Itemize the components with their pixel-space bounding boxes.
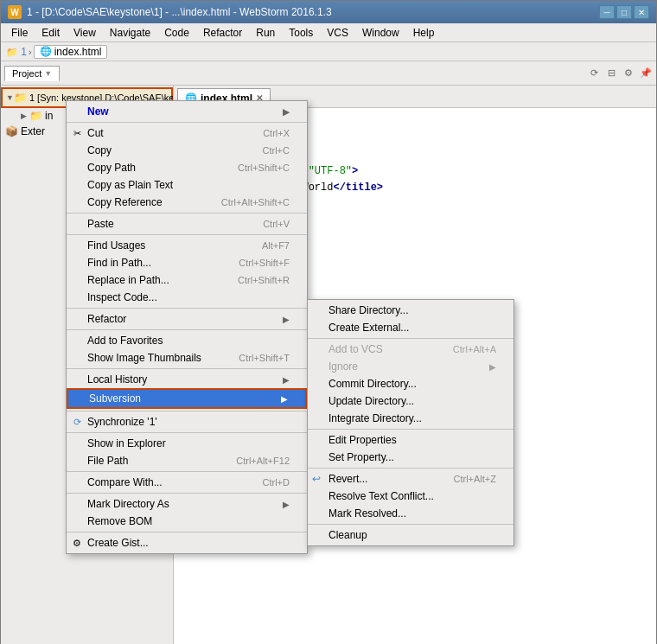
sub-revert-label: Revert... <box>328 473 367 485</box>
sub-integrate-dir-label: Integrate Directory... <box>328 412 422 424</box>
tree-label-in: in <box>45 110 53 122</box>
sub-cleanup[interactable]: Cleanup <box>308 526 513 544</box>
ctx-show-explorer-label: Show in Explorer <box>87 437 290 450</box>
sub-update-dir-label: Update Directory... <box>328 395 414 407</box>
sub-mark-resolved[interactable]: Mark Resolved... <box>308 505 513 522</box>
ctx-file-path-label: File Path <box>87 455 219 467</box>
ctx-cut[interactable]: ✂ Cut Ctrl+X <box>67 124 307 142</box>
menu-run[interactable]: Run <box>249 25 282 41</box>
menu-refactor[interactable]: Refactor <box>196 25 249 41</box>
expand-icon-in: ▶ <box>18 111 29 121</box>
ctx-new[interactable]: New ▶ <box>67 103 307 120</box>
menu-navigate[interactable]: Navigate <box>103 25 157 41</box>
ctx-sep-2 <box>67 213 307 214</box>
ctx-refactor[interactable]: Refactor ▶ <box>67 310 307 328</box>
menu-edit[interactable]: Edit <box>35 25 67 41</box>
sub-integrate-dir[interactable]: Integrate Directory... <box>308 410 513 427</box>
ctx-new-arrow: ▶ <box>283 107 290 117</box>
ctx-replace-path-shortcut: Ctrl+Shift+R <box>238 275 290 285</box>
maximize-button[interactable]: □ <box>616 5 632 19</box>
pin-icon[interactable]: 📌 <box>639 67 653 80</box>
sub-resolve-conflict[interactable]: Resolve Text Conflict... <box>308 488 513 505</box>
ctx-sep-1 <box>67 122 307 123</box>
menu-tools[interactable]: Tools <box>282 25 320 41</box>
breadcrumb-file[interactable]: 🌐 index.html <box>34 45 108 59</box>
ctx-inspect-code[interactable]: Inspect Code... <box>67 289 307 306</box>
ctx-sep-8 <box>67 432 307 433</box>
menu-help[interactable]: Help <box>406 25 442 41</box>
folder-in-icon: 📁 <box>29 109 42 123</box>
minimize-button[interactable]: ─ <box>599 5 615 19</box>
ctx-show-explorer[interactable]: Show in Explorer <box>67 435 307 452</box>
sub-share-dir[interactable]: Share Directory... <box>308 302 513 319</box>
ctx-create-gist[interactable]: ⚙ Create Gist... <box>67 534 307 552</box>
settings-icon[interactable]: ⚙ <box>622 67 635 80</box>
ctx-subversion[interactable]: Subversion ▶ <box>67 388 307 409</box>
ctx-copy-path-label: Copy Path <box>87 162 220 174</box>
ctx-copy-ref[interactable]: Copy Reference Ctrl+Alt+Shift+C <box>67 194 307 211</box>
ctx-find-usages-shortcut: Alt+F7 <box>262 240 290 251</box>
gist-icon: ⚙ <box>71 537 83 549</box>
ctx-find-usages[interactable]: Find Usages Alt+F7 <box>67 237 307 254</box>
ctx-copy-path-shortcut: Ctrl+Shift+C <box>238 163 290 173</box>
breadcrumb-filename: index.html <box>54 46 102 58</box>
project-tab-label: Project <box>12 68 41 79</box>
sub-edit-props[interactable]: Edit Properties <box>308 431 513 449</box>
root-folder-icon: 📁 <box>14 91 27 105</box>
sub-revert[interactable]: ↩ Revert... Ctrl+Alt+Z <box>308 470 513 488</box>
ctx-replace-path[interactable]: Replace in Path... Ctrl+Shift+R <box>67 271 307 289</box>
ctx-copy[interactable]: Copy Ctrl+C <box>67 142 307 159</box>
sub-revert-shortcut: Ctrl+Alt+Z <box>453 474 496 484</box>
sub-sep-4 <box>308 524 513 525</box>
revert-icon: ↩ <box>312 473 321 485</box>
ctx-subversion-label: Subversion <box>89 392 281 405</box>
sub-create-external[interactable]: Create External... <box>308 319 513 336</box>
html-file-icon: 🌐 <box>40 46 52 57</box>
menu-file[interactable]: File <box>4 25 35 41</box>
ctx-show-thumbnails-label: Show Image Thumbnails <box>87 352 221 364</box>
breadcrumb-bar: 📁 1 › 🌐 index.html <box>1 42 656 61</box>
ctx-find-in-path[interactable]: Find in Path... Ctrl+Shift+F <box>67 254 307 271</box>
ctx-copy-plain[interactable]: Copy as Plain Text <box>67 176 307 194</box>
ctx-copy-plain-label: Copy as Plain Text <box>87 179 290 191</box>
menu-window[interactable]: Window <box>355 25 406 41</box>
sub-create-external-label: Create External... <box>328 322 409 334</box>
sub-ignore-label: Ignore <box>328 360 358 373</box>
sub-commit-dir-label: Commit Directory... <box>328 378 417 390</box>
ctx-find-usages-label: Find Usages <box>87 239 245 252</box>
collapse-icon[interactable]: ⊟ <box>604 67 618 80</box>
ctx-remove-bom[interactable]: Remove BOM <box>67 513 307 530</box>
sub-update-dir[interactable]: Update Directory... <box>308 392 513 410</box>
ctx-mark-directory[interactable]: Mark Directory As ▶ <box>67 495 307 513</box>
ctx-refactor-label: Refactor <box>87 313 283 325</box>
ctx-sep-4 <box>67 308 307 309</box>
ctx-show-thumbnails[interactable]: Show Image Thumbnails Ctrl+Shift+T <box>67 349 307 367</box>
ctx-copy-path[interactable]: Copy Path Ctrl+Shift+C <box>67 159 307 176</box>
ctx-file-path[interactable]: File Path Ctrl+Alt+F12 <box>67 452 307 469</box>
sync-icon[interactable]: ⟳ <box>587 67 601 80</box>
sub-ignore-arrow: ▶ <box>489 362 496 372</box>
ctx-synchronize[interactable]: ⟳ Synchronize '1' <box>67 413 307 430</box>
sub-cleanup-label: Cleanup <box>328 529 367 541</box>
sub-sep-2 <box>308 429 513 430</box>
sub-commit-dir[interactable]: Commit Directory... <box>308 375 513 392</box>
ctx-add-favorites[interactable]: Add to Favorites <box>67 332 307 349</box>
sync-small-icon: ⟳ <box>71 416 83 428</box>
window-title: 1 - [D:\Code\SAE\keystone\1] - ...\index… <box>27 6 332 18</box>
close-button[interactable]: ✕ <box>634 5 649 19</box>
menu-vcs[interactable]: VCS <box>320 25 355 41</box>
title-bar: W 1 - [D:\Code\SAE\keystone\1] - ...\ind… <box>1 1 656 23</box>
sub-set-prop[interactable]: Set Property... <box>308 449 513 466</box>
menu-view[interactable]: View <box>67 25 103 41</box>
ctx-local-history[interactable]: Local History ▶ <box>67 371 307 388</box>
ctx-paste-label: Paste <box>87 218 246 230</box>
ctx-paste[interactable]: Paste Ctrl+V <box>67 215 307 233</box>
ctx-compare-with[interactable]: Compare With... Ctrl+D <box>67 474 307 491</box>
menu-code[interactable]: Code <box>157 25 196 41</box>
ctx-remove-bom-label: Remove BOM <box>87 515 290 527</box>
ctx-copy-shortcut: Ctrl+C <box>263 145 290 156</box>
tab-project[interactable]: Project ▼ <box>4 66 60 81</box>
toolbar: Project ▼ ⟳ ⊟ ⚙ 📌 <box>1 61 656 86</box>
breadcrumb-root[interactable]: 📁 1 <box>6 46 27 58</box>
ctx-sep-6 <box>67 368 307 369</box>
